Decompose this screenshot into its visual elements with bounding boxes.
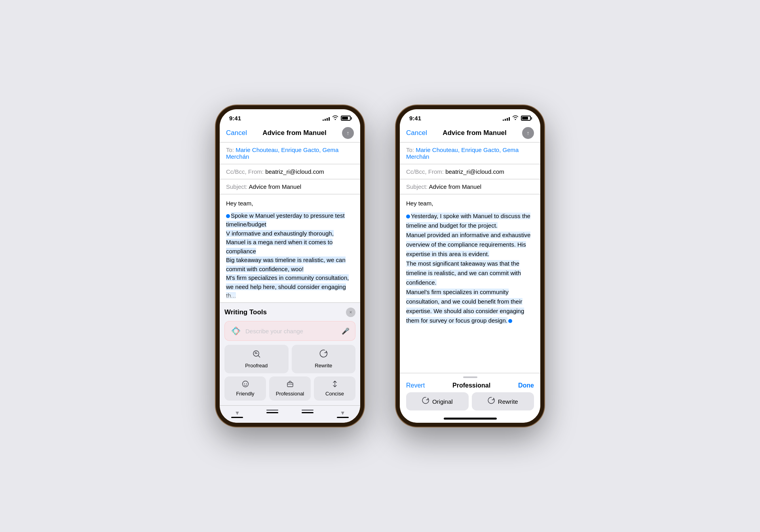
right-signal-bar-2 [505, 119, 506, 121]
signal-bar-2 [325, 119, 326, 121]
signal-bar-3 [327, 118, 328, 121]
left-ccbcc-field[interactable]: Cc/Bcc, From: beatriz_ri@icloud.com [220, 164, 360, 179]
right-signal [503, 116, 510, 121]
left-proofread-button[interactable]: Proofread [224, 345, 289, 373]
left-rewrite-button[interactable]: Rewrite [292, 345, 356, 373]
right-subject-field[interactable]: Subject: Advice from Manuel [400, 179, 540, 194]
left-cancel-button[interactable]: Cancel [226, 129, 247, 137]
right-screen: 9:41 [400, 109, 540, 423]
left-concise-button[interactable]: Concise [314, 376, 355, 401]
left-wt-close-button[interactable]: × [346, 308, 355, 317]
left-to-field[interactable]: To: Marie Chouteau, Enrique Gacto, Gema … [220, 142, 360, 164]
left-send-button[interactable]: ↑ [342, 127, 354, 139]
left-email-body[interactable]: Hey team, Spoke w Manuel yesterday to pr… [220, 194, 360, 302]
right-rewrite-top-bar: Revert Professional Done [406, 382, 534, 389]
right-signal-bar-3 [507, 118, 508, 121]
right-time: 9:41 [409, 115, 421, 122]
right-rewrite-option-icon [488, 397, 495, 406]
left-phone: 9:41 [216, 105, 364, 427]
left-tools-grid: Proofread Rewrite [224, 345, 355, 373]
right-body-greeting: Hey team, [406, 199, 534, 208]
left-wt-logo-icon [230, 325, 241, 336]
right-rewrite-mode-label: Professional [452, 382, 490, 389]
left-nav-bar: Cancel Advice from Manuel ↑ [220, 124, 360, 142]
left-proofread-icon [252, 350, 261, 360]
right-to-label: To: [406, 146, 416, 153]
right-phone-wrapper: 9:41 [396, 105, 544, 427]
svg-point-3 [244, 383, 245, 384]
left-battery-fill [342, 117, 348, 120]
left-body-greeting: Hey team, [226, 199, 354, 208]
right-cursor-end [508, 319, 512, 323]
left-wifi-icon [332, 115, 338, 121]
left-subject-value: Advice from Manuel [249, 183, 302, 190]
left-rewrite-label: Rewrite [315, 363, 332, 369]
right-rewrite-option-button[interactable]: Rewrite [472, 392, 534, 410]
left-concise-label: Concise [325, 391, 344, 397]
right-original-label: Original [432, 398, 453, 405]
signal-bar-4 [329, 117, 330, 121]
right-subject-label: Subject: [406, 183, 429, 190]
left-tab-1-line [231, 417, 243, 418]
svg-point-4 [246, 383, 247, 384]
left-tab-2-bar [266, 410, 278, 410]
left-subject-field[interactable]: Subject: Advice from Manuel [220, 179, 360, 194]
left-tab-1[interactable]: ▼ [225, 408, 249, 420]
right-nav-bar: Cancel Advice from Manuel ↑ [400, 124, 540, 142]
right-drag-handle [463, 376, 477, 378]
signal-bar-1 [323, 120, 324, 121]
right-cancel-button[interactable]: Cancel [406, 129, 427, 137]
left-rewrite-icon [319, 350, 328, 360]
left-tab-3-bar [302, 410, 314, 410]
left-professional-button[interactable]: Professional [269, 376, 311, 401]
right-original-button[interactable]: Original [406, 392, 469, 410]
left-screen: 9:41 [220, 109, 360, 423]
left-describe-placeholder: Describe your change [245, 328, 338, 334]
right-selected-text: Yesterday, I spoke with Manuel to discus… [406, 213, 530, 324]
right-rewrite-area: Hey team, Yesterday, I spoke with Manuel… [400, 194, 540, 416]
left-mic-icon[interactable]: 🎤 [342, 327, 350, 335]
left-selected-text: Spoke w Manuel yesterday to pressure tes… [226, 212, 349, 299]
left-compose-area: Hey team, Spoke w Manuel yesterday to pr… [220, 194, 360, 423]
left-tab-4[interactable]: ▼ [331, 408, 355, 420]
left-nav-title: Advice from Manuel [262, 129, 327, 137]
left-tab-3[interactable] [295, 408, 320, 420]
left-tab-4-line [337, 417, 349, 418]
left-time: 9:41 [229, 115, 241, 122]
left-describe-input[interactable]: Describe your change 🎤 [224, 321, 355, 341]
left-tab-3-line [302, 412, 314, 413]
left-professional-icon [287, 380, 294, 389]
right-ccbcc-field[interactable]: Cc/Bcc, From: beatriz_ri@icloud.com [400, 164, 540, 179]
left-proofread-label: Proofread [245, 363, 268, 369]
left-to-value: Marie Chouteau, Enrique Gacto, Gema Merc… [226, 146, 338, 160]
left-wt-header: Writing Tools × [224, 308, 355, 317]
right-email-body[interactable]: Hey team, Yesterday, I spoke with Manuel… [400, 194, 540, 373]
left-status-icons [323, 115, 351, 121]
right-to-field[interactable]: To: Marie Chouteau, Enrique Gacto, Gema … [400, 142, 540, 164]
svg-point-2 [242, 381, 248, 387]
left-text-fade [220, 291, 360, 302]
left-subject-label: Subject: [226, 183, 249, 190]
right-revert-button[interactable]: Revert [406, 382, 425, 389]
left-writing-tools-panel: Writing Tools × [220, 302, 360, 405]
right-done-button[interactable]: Done [518, 382, 534, 389]
left-status-bar: 9:41 [220, 109, 360, 124]
right-rewrite-toolbar: Revert Professional Done [400, 373, 540, 416]
left-friendly-button[interactable]: Friendly [224, 376, 266, 401]
left-tab-2-line [266, 412, 278, 413]
right-rewrite-options: Original Rewrite [406, 392, 534, 410]
svg-rect-5 [287, 383, 293, 387]
right-status-bar: 9:41 [400, 109, 540, 124]
right-rewrite-option-label: Rewrite [498, 398, 518, 405]
right-phone: 9:41 [396, 105, 544, 427]
right-send-button[interactable]: ↑ [522, 127, 534, 139]
right-subject-value: Advice from Manuel [429, 183, 482, 190]
right-battery [521, 116, 531, 121]
left-wt-title: Writing Tools [224, 308, 267, 316]
left-ccbcc-label: Cc/Bcc, From: [226, 168, 265, 175]
right-original-icon [422, 397, 429, 406]
left-tools-row: Friendly Professional [224, 376, 355, 401]
left-battery [341, 116, 351, 121]
left-tab-2[interactable] [260, 408, 285, 420]
left-friendly-icon [242, 380, 249, 389]
